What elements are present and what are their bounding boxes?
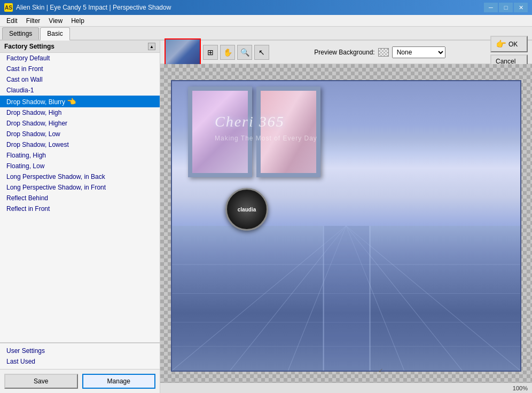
list-item-last-used[interactable]: Last Used: [0, 356, 160, 367]
minimize-button[interactable]: ─: [484, 3, 498, 12]
panel-buttons: Save Manage: [0, 369, 160, 393]
preview-bg-group: Preview Background: None White Black Cus…: [314, 46, 445, 58]
claudia-badge: claudia: [225, 188, 268, 231]
menu-help[interactable]: Help: [67, 16, 89, 26]
text-overlay-sub: Making The Most of Every Day: [215, 135, 317, 142]
ok-hand-icon: 👉: [496, 39, 506, 49]
list-item-long-persp-front[interactable]: Long Perspective Shadow, in Front: [0, 182, 160, 193]
preview-bg-label: Preview Background:: [314, 49, 374, 56]
list-item-reflect-in-front[interactable]: Reflect in Front: [0, 203, 160, 214]
menu-filter[interactable]: Filter: [22, 16, 45, 26]
preview-bg-swatch: [378, 48, 389, 57]
svg-line-5: [346, 226, 520, 371]
gallery-frame-1: [188, 87, 252, 177]
ok-button[interactable]: 👉 OK: [490, 36, 528, 52]
list-item-cast-in-front[interactable]: Cast in Front: [0, 64, 160, 74]
zoom-level: 100%: [513, 385, 528, 391]
svg-rect-12: [369, 226, 370, 371]
preview-canvas: Cheri 365 Making The Most of Every Day: [171, 80, 521, 372]
corner-indicator: ↙: [378, 367, 383, 374]
title-bar: AS Alien Skin | Eye Candy 5 Impact | Per…: [0, 0, 532, 15]
list-item-drop-shadow-blurry[interactable]: Drop Shadow, Blurry 👈: [0, 96, 160, 107]
list-item-floating-low[interactable]: Floating, Low: [0, 161, 160, 171]
tool-pan-button[interactable]: ✋: [220, 45, 235, 60]
list-item-long-persp-back[interactable]: Long Perspective Shadow, in Back: [0, 171, 160, 182]
tool-arrow-button[interactable]: ↖: [254, 45, 269, 60]
preview-bg-select[interactable]: None White Black Custom: [392, 46, 445, 58]
tool-zoom-button[interactable]: 🔍: [237, 45, 252, 60]
list-item-drop-shadow-higher[interactable]: Drop Shadow, Higher: [0, 118, 160, 129]
factory-settings-scroll[interactable]: Factory Default Cast in Front Cast on Wa…: [0, 53, 160, 342]
list-item-drop-shadow-lowest[interactable]: Drop Shadow, Lowest: [0, 139, 160, 150]
list-item-drop-shadow-low[interactable]: Drop Shadow, Low: [0, 129, 160, 139]
preview-image: Cheri 365 Making The Most of Every Day: [171, 80, 521, 372]
menu-view[interactable]: View: [44, 16, 67, 26]
text-overlay-title: Cheri 365: [215, 113, 285, 130]
right-area: ⊞ ✋ 🔍 ↖ Preview Background: None White B…: [160, 41, 532, 393]
maximize-button[interactable]: □: [499, 3, 513, 12]
preview-thumbnail: [165, 38, 201, 66]
close-button[interactable]: ✕: [514, 3, 528, 12]
thumbnail-image: [166, 40, 200, 65]
list-item-cast-on-wall[interactable]: Cast on Wall: [0, 74, 160, 85]
tool-select-button[interactable]: ⊞: [203, 45, 218, 60]
right-toolbar: ⊞ ✋ 🔍 ↖ Preview Background: None White B…: [160, 41, 532, 64]
user-settings-area: User Settings Last Used: [0, 343, 160, 369]
preview-area[interactable]: Cheri 365 Making The Most of Every Day: [160, 64, 532, 382]
save-button[interactable]: Save: [4, 374, 78, 389]
list-item-drop-shadow-high[interactable]: Drop Shadow, High: [0, 107, 160, 118]
svg-rect-10: [323, 226, 370, 371]
window-controls: ─ □ ✕: [484, 3, 528, 12]
svg-rect-11: [323, 226, 324, 371]
scroll-up-arrow[interactable]: ▲: [148, 43, 155, 50]
app-icon: AS: [4, 3, 13, 12]
list-item-factory-default[interactable]: Factory Default: [0, 53, 160, 64]
main-layout: Factory Settings ▲ Factory Default Cast …: [0, 41, 532, 393]
menu-bar: Edit Filter View Help: [0, 15, 532, 27]
gallery-frame-2: [256, 87, 320, 177]
list-item-claudia-1[interactable]: Claudia-1: [0, 85, 160, 96]
list-item-floating-high[interactable]: Floating, High: [0, 150, 160, 161]
status-bar: 100%: [160, 382, 532, 393]
tab-basic[interactable]: Basic: [40, 27, 69, 41]
settings-list-area: Factory Settings ▲ Factory Default Cast …: [0, 41, 160, 343]
svg-line-0: [172, 226, 346, 371]
manage-button[interactable]: Manage: [82, 374, 156, 389]
selected-hand-icon: 👈: [67, 97, 76, 106]
left-panel: Factory Settings ▲ Factory Default Cast …: [0, 41, 160, 393]
tab-settings[interactable]: Settings: [2, 27, 39, 40]
list-item-reflect-behind[interactable]: Reflect Behind: [0, 193, 160, 203]
factory-settings-header: Factory Settings ▲: [0, 41, 160, 53]
perspective-lines-svg: [172, 226, 520, 371]
gallery-frame-inner-1: [192, 91, 248, 173]
floor-reflection: [172, 226, 520, 371]
list-item-user-settings[interactable]: User Settings: [0, 345, 160, 356]
menu-edit[interactable]: Edit: [2, 16, 22, 26]
window-title: Alien Skin | Eye Candy 5 Impact | Perspe…: [16, 4, 484, 11]
gallery-frame-inner-2: [261, 91, 316, 173]
gallery-overlay: [188, 87, 520, 177]
toolbar-left: ⊞ ✋ 🔍 ↖: [165, 38, 269, 66]
